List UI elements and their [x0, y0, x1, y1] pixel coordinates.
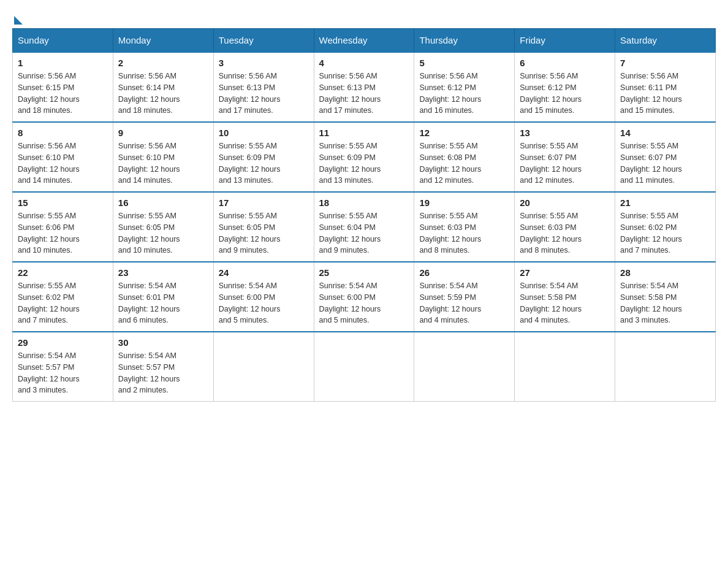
day-info: Sunrise: 5:55 AMSunset: 6:02 PMDaylight:…	[18, 280, 108, 326]
week-row-4: 22 Sunrise: 5:55 AMSunset: 6:02 PMDaylig…	[13, 262, 716, 332]
calendar-cell	[213, 332, 314, 402]
calendar-cell: 2 Sunrise: 5:56 AMSunset: 6:14 PMDayligh…	[113, 52, 213, 122]
calendar-cell: 20 Sunrise: 5:55 AMSunset: 6:03 PMDaylig…	[515, 192, 615, 262]
calendar-cell: 18 Sunrise: 5:55 AMSunset: 6:04 PMDaylig…	[314, 192, 414, 262]
calendar-cell: 14 Sunrise: 5:55 AMSunset: 6:07 PMDaylig…	[615, 122, 716, 192]
day-info: Sunrise: 5:54 AMSunset: 6:00 PMDaylight:…	[319, 280, 409, 326]
day-info: Sunrise: 5:54 AMSunset: 5:58 PMDaylight:…	[620, 280, 710, 326]
calendar-header-row: SundayMondayTuesdayWednesdayThursdayFrid…	[13, 29, 716, 53]
day-number: 2	[118, 58, 208, 68]
calendar-cell: 23 Sunrise: 5:54 AMSunset: 6:01 PMDaylig…	[113, 262, 213, 332]
week-row-2: 8 Sunrise: 5:56 AMSunset: 6:10 PMDayligh…	[13, 122, 716, 192]
calendar-cell: 26 Sunrise: 5:54 AMSunset: 5:59 PMDaylig…	[414, 262, 515, 332]
header-saturday: Saturday	[615, 29, 716, 53]
day-number: 12	[419, 128, 509, 138]
day-number: 9	[118, 128, 208, 138]
day-info: Sunrise: 5:54 AMSunset: 5:58 PMDaylight:…	[520, 280, 610, 326]
calendar-cell	[515, 332, 615, 402]
calendar-cell: 17 Sunrise: 5:55 AMSunset: 6:05 PMDaylig…	[213, 192, 314, 262]
calendar-cell: 1 Sunrise: 5:56 AMSunset: 6:15 PMDayligh…	[13, 52, 113, 122]
day-info: Sunrise: 5:55 AMSunset: 6:02 PMDaylight:…	[620, 210, 710, 256]
day-info: Sunrise: 5:55 AMSunset: 6:09 PMDaylight:…	[219, 140, 309, 186]
header-sunday: Sunday	[13, 29, 113, 53]
day-number: 27	[520, 267, 610, 278]
day-number: 8	[18, 128, 108, 138]
calendar-cell: 16 Sunrise: 5:55 AMSunset: 6:05 PMDaylig…	[113, 192, 213, 262]
calendar-cell: 22 Sunrise: 5:55 AMSunset: 6:02 PMDaylig…	[13, 262, 113, 332]
calendar-cell: 6 Sunrise: 5:56 AMSunset: 6:12 PMDayligh…	[515, 52, 615, 122]
day-info: Sunrise: 5:55 AMSunset: 6:07 PMDaylight:…	[620, 140, 710, 186]
day-number: 16	[118, 197, 208, 208]
day-number: 1	[18, 58, 108, 68]
calendar-cell: 21 Sunrise: 5:55 AMSunset: 6:02 PMDaylig…	[615, 192, 716, 262]
week-row-3: 15 Sunrise: 5:55 AMSunset: 6:06 PMDaylig…	[13, 192, 716, 262]
calendar-cell	[314, 332, 414, 402]
day-info: Sunrise: 5:56 AMSunset: 6:14 PMDaylight:…	[118, 71, 208, 117]
day-info: Sunrise: 5:56 AMSunset: 6:10 PMDaylight:…	[118, 140, 208, 186]
day-number: 3	[219, 58, 309, 68]
calendar-cell: 15 Sunrise: 5:55 AMSunset: 6:06 PMDaylig…	[13, 192, 113, 262]
day-number: 19	[419, 197, 509, 208]
day-info: Sunrise: 5:55 AMSunset: 6:09 PMDaylight:…	[319, 140, 409, 186]
day-info: Sunrise: 5:55 AMSunset: 6:04 PMDaylight:…	[319, 210, 409, 256]
calendar-cell: 30 Sunrise: 5:54 AMSunset: 5:57 PMDaylig…	[113, 332, 213, 402]
day-info: Sunrise: 5:55 AMSunset: 6:05 PMDaylight:…	[118, 210, 208, 256]
calendar-cell	[615, 332, 716, 402]
day-number: 29	[18, 337, 108, 348]
day-number: 15	[18, 197, 108, 208]
day-info: Sunrise: 5:55 AMSunset: 6:03 PMDaylight:…	[419, 210, 509, 256]
header-wednesday: Wednesday	[314, 29, 414, 53]
logo-arrow-icon	[14, 16, 23, 25]
day-info: Sunrise: 5:54 AMSunset: 6:00 PMDaylight:…	[219, 280, 309, 326]
week-row-1: 1 Sunrise: 5:56 AMSunset: 6:15 PMDayligh…	[13, 52, 716, 122]
day-number: 10	[219, 128, 309, 138]
day-number: 28	[620, 267, 710, 278]
calendar-cell: 10 Sunrise: 5:55 AMSunset: 6:09 PMDaylig…	[213, 122, 314, 192]
calendar-cell: 3 Sunrise: 5:56 AMSunset: 6:13 PMDayligh…	[213, 52, 314, 122]
header-monday: Monday	[113, 29, 213, 53]
day-info: Sunrise: 5:56 AMSunset: 6:13 PMDaylight:…	[319, 71, 409, 117]
calendar-cell	[414, 332, 515, 402]
calendar-cell: 5 Sunrise: 5:56 AMSunset: 6:12 PMDayligh…	[414, 52, 515, 122]
logo	[12, 12, 23, 22]
day-number: 13	[520, 128, 610, 138]
day-info: Sunrise: 5:56 AMSunset: 6:13 PMDaylight:…	[219, 71, 309, 117]
day-number: 25	[319, 267, 409, 278]
day-info: Sunrise: 5:56 AMSunset: 6:12 PMDaylight:…	[419, 71, 509, 117]
calendar-cell: 28 Sunrise: 5:54 AMSunset: 5:58 PMDaylig…	[615, 262, 716, 332]
day-number: 7	[620, 58, 710, 68]
calendar-cell: 29 Sunrise: 5:54 AMSunset: 5:57 PMDaylig…	[13, 332, 113, 402]
day-number: 17	[219, 197, 309, 208]
day-info: Sunrise: 5:54 AMSunset: 5:57 PMDaylight:…	[18, 350, 108, 396]
calendar-cell: 8 Sunrise: 5:56 AMSunset: 6:10 PMDayligh…	[13, 122, 113, 192]
day-number: 30	[118, 337, 208, 348]
calendar-cell: 11 Sunrise: 5:55 AMSunset: 6:09 PMDaylig…	[314, 122, 414, 192]
day-info: Sunrise: 5:54 AMSunset: 5:59 PMDaylight:…	[419, 280, 509, 326]
header-friday: Friday	[515, 29, 615, 53]
day-number: 23	[118, 267, 208, 278]
page-header	[12, 12, 716, 22]
day-info: Sunrise: 5:56 AMSunset: 6:12 PMDaylight:…	[520, 71, 610, 117]
calendar-cell: 4 Sunrise: 5:56 AMSunset: 6:13 PMDayligh…	[314, 52, 414, 122]
calendar-cell: 12 Sunrise: 5:55 AMSunset: 6:08 PMDaylig…	[414, 122, 515, 192]
day-number: 18	[319, 197, 409, 208]
day-info: Sunrise: 5:55 AMSunset: 6:03 PMDaylight:…	[520, 210, 610, 256]
calendar-cell: 19 Sunrise: 5:55 AMSunset: 6:03 PMDaylig…	[414, 192, 515, 262]
day-info: Sunrise: 5:56 AMSunset: 6:11 PMDaylight:…	[620, 71, 710, 117]
day-number: 14	[620, 128, 710, 138]
day-info: Sunrise: 5:54 AMSunset: 6:01 PMDaylight:…	[118, 280, 208, 326]
day-number: 5	[419, 58, 509, 68]
calendar-cell: 27 Sunrise: 5:54 AMSunset: 5:58 PMDaylig…	[515, 262, 615, 332]
day-info: Sunrise: 5:56 AMSunset: 6:15 PMDaylight:…	[18, 71, 108, 117]
day-number: 4	[319, 58, 409, 68]
day-number: 22	[18, 267, 108, 278]
day-number: 6	[520, 58, 610, 68]
day-number: 21	[620, 197, 710, 208]
calendar-cell: 24 Sunrise: 5:54 AMSunset: 6:00 PMDaylig…	[213, 262, 314, 332]
day-info: Sunrise: 5:55 AMSunset: 6:08 PMDaylight:…	[419, 140, 509, 186]
day-info: Sunrise: 5:55 AMSunset: 6:07 PMDaylight:…	[520, 140, 610, 186]
day-info: Sunrise: 5:54 AMSunset: 5:57 PMDaylight:…	[118, 350, 208, 396]
day-info: Sunrise: 5:55 AMSunset: 6:05 PMDaylight:…	[219, 210, 309, 256]
header-thursday: Thursday	[414, 29, 515, 53]
day-number: 20	[520, 197, 610, 208]
